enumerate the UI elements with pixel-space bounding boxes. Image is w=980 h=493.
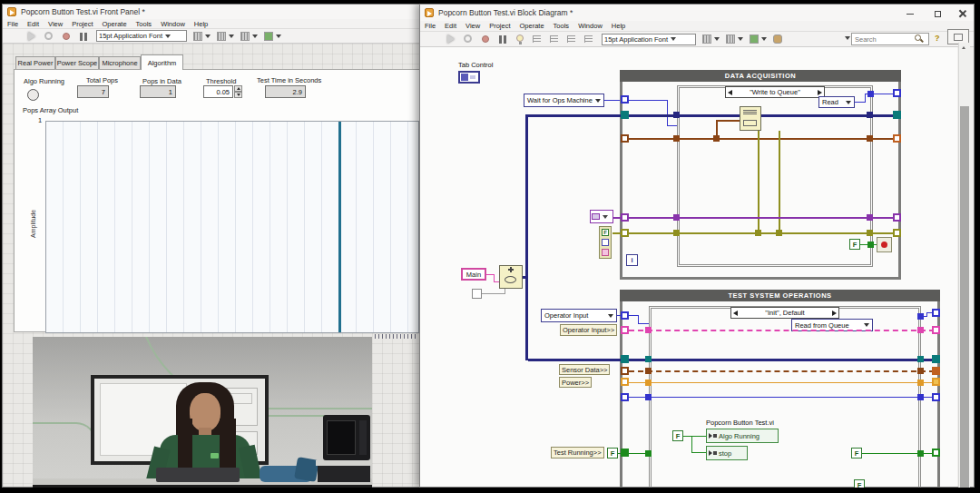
tab-real-power[interactable]: Real Power	[15, 56, 55, 70]
wire-enum-in[interactable]	[667, 100, 668, 125]
run-continuous-button[interactable]	[463, 34, 474, 44]
tunnel[interactable]	[621, 213, 629, 222]
tunnel[interactable]	[932, 326, 940, 334]
search-scope-dropdown[interactable]	[845, 36, 850, 40]
case-tunnel[interactable]	[867, 230, 873, 236]
wire-prop[interactable]	[691, 436, 706, 437]
font-selector[interactable]: 15pt Application Font	[602, 34, 696, 45]
tunnel[interactable]	[621, 355, 629, 363]
wire-tab-enum[interactable]	[604, 100, 621, 101]
wire-test-running-out[interactable]	[924, 453, 934, 454]
scroll-up-icon[interactable]	[962, 46, 965, 49]
tunnel[interactable]	[621, 229, 629, 237]
wire-sensor-branch[interactable]	[716, 120, 740, 122]
run-button[interactable]	[26, 31, 37, 42]
clean-up-diagram-icon[interactable]	[773, 35, 782, 44]
tunnel[interactable]	[621, 95, 629, 104]
tunnel[interactable]	[932, 367, 940, 375]
reorder-dropdown[interactable]	[750, 35, 767, 44]
threshold-input[interactable]: 0.05	[203, 85, 233, 98]
tunnel[interactable]	[621, 378, 629, 386]
menu-operate[interactable]: Operate	[98, 19, 132, 29]
wire-constant[interactable]	[505, 289, 505, 294]
wire-queue-ref[interactable]	[528, 114, 893, 117]
distribute-objects-dropdown[interactable]	[217, 32, 234, 41]
menu-help[interactable]: Help	[607, 21, 630, 31]
wire-op-enum[interactable]	[638, 315, 639, 323]
scrollbar-thumb[interactable]	[960, 106, 969, 488]
tunnel[interactable]	[893, 111, 901, 119]
menu-operate[interactable]: Operate	[515, 21, 549, 31]
loop-condition-terminal[interactable]	[877, 237, 892, 252]
read-enum[interactable]: Read	[818, 96, 855, 108]
menu-tools[interactable]: Tools	[132, 19, 157, 29]
wire-operator-input[interactable]	[629, 330, 935, 331]
false-constant[interactable]: F	[607, 448, 618, 458]
case-tunnel[interactable]	[673, 214, 680, 221]
align-objects-dropdown[interactable]	[193, 32, 211, 41]
stop-property-node[interactable]: stop	[706, 446, 748, 460]
menu-window[interactable]: Window	[156, 19, 190, 29]
menu-file[interactable]: File	[420, 21, 440, 31]
enqueue-subvi-node[interactable]	[740, 106, 761, 131]
wire-junction[interactable]	[755, 230, 761, 236]
case-tunnel[interactable]	[917, 368, 924, 374]
case-prev-icon[interactable]	[728, 90, 732, 95]
wire-prop[interactable]	[691, 452, 706, 453]
menu-edit[interactable]: Edit	[23, 19, 44, 29]
run-button[interactable]	[446, 34, 456, 44]
wire-test-running-out[interactable]	[862, 453, 918, 454]
tunnel[interactable]	[621, 367, 629, 375]
case-tunnel[interactable]	[645, 450, 652, 457]
retain-wire-values-icon[interactable]	[532, 34, 543, 44]
wire-refnum[interactable]	[613, 217, 893, 219]
menu-file[interactable]: File	[3, 19, 23, 29]
tab-power-scope[interactable]: Power Scope	[55, 56, 99, 70]
menu-project[interactable]: Project	[67, 19, 97, 29]
abort-button[interactable]	[61, 31, 72, 42]
false-constant[interactable]: F	[672, 430, 683, 441]
case-tunnel[interactable]	[917, 356, 924, 362]
algo-running-property-node[interactable]: Algo Running	[706, 429, 779, 443]
step-over-icon[interactable]	[566, 34, 577, 44]
minimize-button[interactable]	[900, 7, 920, 20]
case-tunnel[interactable]	[867, 214, 873, 221]
iteration-terminal[interactable]: i	[626, 254, 638, 266]
pops-array-chart[interactable]	[45, 121, 419, 333]
search-icon[interactable]	[915, 35, 921, 41]
tunnel[interactable]	[621, 326, 629, 334]
spin-down-icon[interactable]	[234, 92, 242, 98]
menu-window[interactable]: Window	[573, 21, 607, 31]
front-panel-titlebar[interactable]: Popcorn Button Test.vi Front Panel *	[3, 5, 420, 19]
false-constant[interactable]: F	[851, 448, 862, 458]
wire-junction[interactable]	[776, 230, 782, 236]
cluster-constant[interactable]: F	[599, 226, 612, 259]
menu-view[interactable]: View	[44, 19, 67, 29]
highlight-execution-icon[interactable]	[514, 34, 525, 44]
menu-tools[interactable]: Tools	[549, 21, 574, 31]
tunnel[interactable]	[893, 229, 901, 237]
case-tunnel[interactable]	[645, 356, 652, 362]
font-selector[interactable]: 15pt Application Font	[96, 30, 187, 42]
close-button[interactable]	[953, 7, 973, 20]
case-tunnel[interactable]	[867, 242, 874, 248]
wire-sensor-data[interactable]	[629, 370, 935, 372]
tunnel[interactable]	[932, 355, 940, 363]
case-tunnel[interactable]	[867, 91, 874, 97]
menu-edit[interactable]: Edit	[440, 21, 461, 31]
case-tunnel[interactable]	[673, 112, 680, 118]
operator-input-enum[interactable]: Operator Input	[541, 309, 617, 322]
wire-constant[interactable]	[482, 293, 505, 294]
tunnel[interactable]	[893, 213, 901, 222]
wire-read-out[interactable]	[865, 94, 866, 103]
menu-project[interactable]: Project	[485, 21, 514, 31]
wire-sensor-cluster[interactable]	[629, 138, 893, 140]
tunnel[interactable]	[621, 393, 629, 401]
block-diagram-titlebar[interactable]: Popcorn Button Test.vi Block Diagram *	[420, 5, 974, 21]
spin-up-icon[interactable]	[234, 85, 242, 92]
wire-queue-ref[interactable]	[528, 359, 935, 361]
threshold-spinner[interactable]	[234, 85, 242, 98]
wire-prop[interactable]	[691, 436, 692, 453]
case-tunnel[interactable]	[917, 394, 924, 400]
wire-enum-row[interactable]	[629, 397, 935, 398]
